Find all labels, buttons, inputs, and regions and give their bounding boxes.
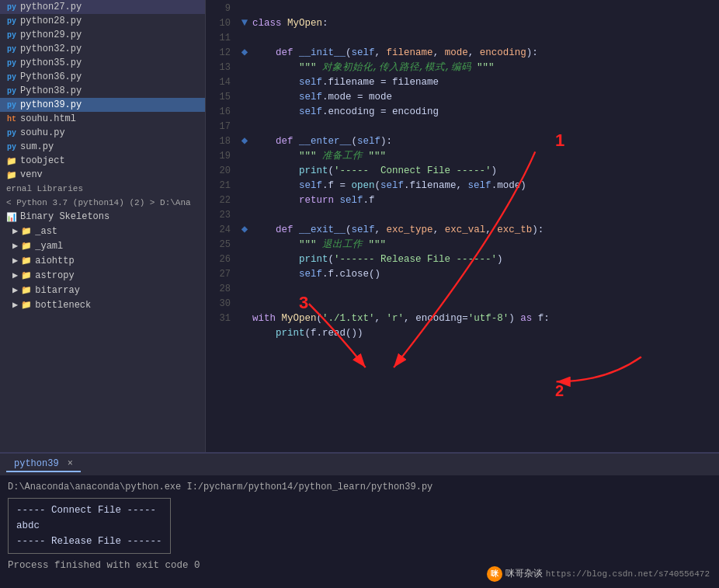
- output-line-3: ----- Release File ------: [16, 534, 162, 549]
- sidebar-folder-aiohttp[interactable]: ▶ 📁 aiohttp: [0, 253, 205, 268]
- run-command: D:\Anaconda\anaconda\python.exe I:/pycha…: [8, 480, 711, 495]
- watermark-icon: 咪: [487, 566, 502, 582]
- terminal-tab-python39[interactable]: python39 ×: [6, 457, 81, 472]
- code-editor: 9 10 11 12 13 14 15 16 17 18 19 20 21 22…: [206, 0, 719, 452]
- py-icon: py: [6, 99, 17, 110]
- code-line-25: """ 退出工作 """: [252, 238, 719, 252]
- code-line-29: [252, 297, 719, 311]
- sidebar-item-label: python29.py: [20, 30, 82, 40]
- folder-arrow: ▶: [12, 299, 18, 311]
- code-line-23: [252, 208, 719, 223]
- sidebar-item-souhu-py[interactable]: py souhu.py: [0, 126, 205, 140]
- code-line-20: print('----- Connect File -----'): [252, 164, 719, 179]
- sidebar-item-python27[interactable]: py python27.py: [0, 0, 205, 14]
- sidebar-item-sum-py[interactable]: py sum.py: [0, 140, 205, 154]
- watermark-url: https://blog.csdn.net/s740556472: [546, 567, 710, 582]
- gutter: ▼ ◆ ◆ ◆: [237, 0, 252, 452]
- line-numbers: 9 10 11 12 13 14 15 16 17 18 19 20 21 22…: [206, 0, 237, 452]
- output-line-1: ----- Connect File -----: [16, 503, 162, 518]
- code-line-27: self.f.close(): [252, 267, 719, 282]
- sidebar-item-label: bottleneck: [35, 300, 91, 311]
- folder-arrow: ▶: [12, 225, 18, 237]
- sidebar-item-souhu-html[interactable]: ht souhu.html: [0, 112, 205, 126]
- code-area: 9 10 11 12 13 14 15 16 17 18 19 20 21 22…: [206, 0, 719, 452]
- sidebar-item-label: _ast: [35, 226, 57, 237]
- folder-icon: 📊: [6, 212, 17, 222]
- folder-icon: 📁: [21, 285, 32, 295]
- terminal-panel: python39 × D:\Anaconda\anaconda\python.e…: [0, 452, 719, 588]
- watermark: 咪 咪哥杂谈 https://blog.csdn.net/s740556472: [487, 566, 710, 582]
- sidebar-binary-skeletons[interactable]: 📊 Binary Skeletons: [0, 210, 205, 224]
- watermark-text: 咪哥杂谈: [505, 567, 543, 582]
- py-icon: py: [6, 141, 17, 152]
- sidebar-item-label: toobject: [20, 155, 65, 166]
- py-icon: py: [6, 57, 17, 68]
- sidebar-folder-bottleneck[interactable]: ▶ 📁 bottleneck: [0, 297, 205, 312]
- sidebar-item-label: python35.py: [20, 57, 82, 68]
- sidebar-item-label: aiohttp: [35, 256, 74, 266]
- sidebar-folder-yaml[interactable]: ▶ 📁 _yaml: [0, 238, 205, 253]
- sidebar-item-python36[interactable]: py Python36.py: [0, 70, 205, 84]
- sidebar-item-python35[interactable]: py python35.py: [0, 56, 205, 70]
- html-icon: ht: [6, 113, 17, 124]
- code-content: class MyOpen: def __init__(self, filenam…: [252, 0, 719, 452]
- code-line-28: [252, 282, 719, 297]
- folder-icon: 📁: [21, 300, 32, 310]
- sidebar-item-label: sum.py: [20, 141, 54, 152]
- folder-icon: 📁: [21, 226, 32, 236]
- output-line-2: abdc: [16, 518, 162, 534]
- sidebar-item-label: python27.py: [20, 2, 82, 12]
- code-line-19: """ 准备工作 """: [252, 149, 719, 164]
- sidebar-item-label: _yaml: [35, 241, 63, 252]
- code-line-13: """ 对象初始化,传入路径,模式,编码 """: [252, 61, 719, 75]
- sidebar-item-python39[interactable]: py python39.py: [0, 98, 205, 112]
- sidebar-item-python29[interactable]: py python29.py: [0, 28, 205, 42]
- annotation-badge-3: 3: [299, 295, 308, 310]
- folder-icon: 📁: [21, 241, 32, 251]
- code-line-14: self.filename = filename: [252, 75, 719, 90]
- terminal-tabs: python39 ×: [0, 454, 719, 475]
- folder-arrow: ▶: [12, 255, 18, 266]
- sidebar-folder-bitarray[interactable]: ▶ 📁 bitarray: [0, 283, 205, 297]
- folder-icon: 📁: [6, 156, 17, 166]
- folder-arrow: ▶: [12, 284, 18, 296]
- code-line-11: [252, 31, 719, 46]
- file-sidebar[interactable]: py python27.py py python28.py py python2…: [0, 0, 206, 452]
- sidebar-item-label: astropy: [35, 270, 74, 281]
- folder-icon: 📁: [21, 256, 32, 266]
- py-icon: py: [6, 30, 17, 40]
- code-line-22: return self.f: [252, 193, 719, 208]
- folder-arrow: ▶: [12, 240, 18, 252]
- folder-icon: 📁: [21, 270, 32, 280]
- py-icon: py: [6, 71, 17, 82]
- code-line-24: def __exit__(self, exc_type, exc_val, ex…: [252, 223, 719, 238]
- sidebar-item-label: Python38.py: [20, 85, 82, 96]
- terminal-content: D:\Anaconda\anaconda\python.exe I:/pycha…: [0, 475, 719, 588]
- code-line-15: self.mode = mode: [252, 90, 719, 105]
- py-icon: py: [6, 43, 17, 54]
- code-line-10: class MyOpen:: [252, 16, 719, 31]
- code-line-9: [252, 2, 719, 16]
- code-line-16: self.encoding = encoding: [252, 105, 719, 120]
- sidebar-folder-ast[interactable]: ▶ 📁 _ast: [0, 224, 205, 238]
- sidebar-item-label: python28.py: [20, 16, 82, 26]
- sidebar-item-python28[interactable]: py python28.py: [0, 14, 205, 28]
- sidebar-item-python38[interactable]: py Python38.py: [0, 84, 205, 98]
- code-line-31: print(f.read()): [252, 326, 719, 341]
- code-line-17: [252, 120, 719, 134]
- sidebar-item-venv[interactable]: 📁 venv: [0, 168, 205, 182]
- sidebar-item-python32[interactable]: py python32.py: [0, 42, 205, 56]
- sidebar-item-label: souhu.py: [20, 127, 65, 138]
- sidebar-item-toobject[interactable]: 📁 toobject: [0, 154, 205, 168]
- sidebar-item-label: bitarray: [35, 285, 80, 296]
- annotation-badge-1: 1: [555, 133, 564, 148]
- py-icon: py: [6, 16, 17, 26]
- python-version-label: < Python 3.7 (python14) (2) > D:\Ana: [0, 196, 205, 210]
- terminal-close-icon[interactable]: ×: [68, 458, 73, 469]
- terminal-tab-label: python39: [14, 458, 59, 469]
- code-line-30: with MyOpen('./1.txt', 'r', encoding='ut…: [252, 311, 719, 326]
- sidebar-folder-astropy[interactable]: ▶ 📁 astropy: [0, 268, 205, 283]
- py-icon: py: [6, 2, 17, 12]
- py-icon: py: [6, 127, 17, 138]
- sidebar-item-label: python39.py: [20, 99, 82, 110]
